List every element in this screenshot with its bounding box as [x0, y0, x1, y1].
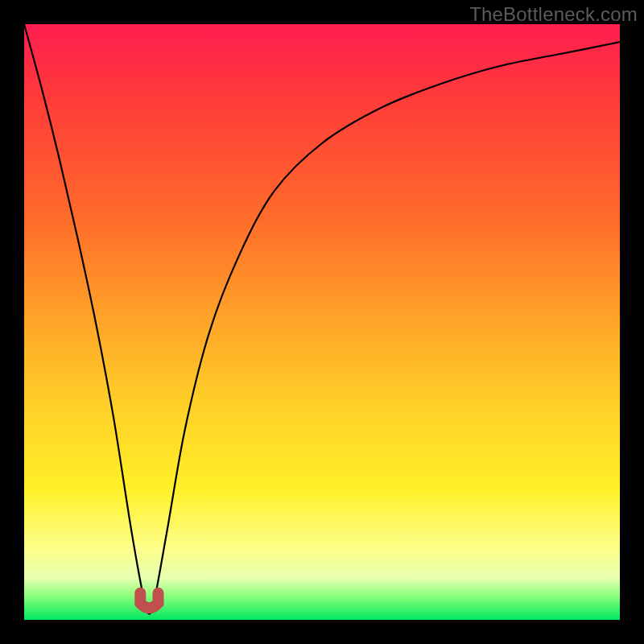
plot-area	[24, 24, 620, 620]
minimum-marker	[140, 593, 158, 609]
bottleneck-curve	[24, 24, 620, 620]
watermark-text: TheBottleneck.com	[469, 3, 638, 26]
outer-frame: TheBottleneck.com	[0, 0, 644, 644]
curve-line	[24, 24, 620, 614]
